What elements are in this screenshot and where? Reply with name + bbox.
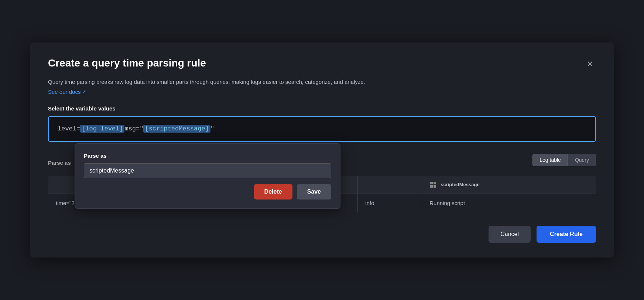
svg-rect-2 — [430, 185, 433, 188]
modal-title: Create a query time parsing rule — [48, 57, 206, 69]
modal-header: Create a query time parsing rule × — [48, 57, 596, 71]
modal-footer: Cancel Create Rule — [48, 226, 596, 243]
log-table-button[interactable]: Log table — [532, 154, 568, 166]
close-button[interactable]: × — [584, 57, 596, 71]
external-link-icon: ↗ — [82, 89, 86, 95]
table-column-icon — [429, 181, 437, 188]
parse-as-popup: Parse as Delete Save — [75, 143, 340, 209]
variable-section-label: Select the variable values — [48, 105, 596, 112]
query-button[interactable]: Query — [568, 154, 596, 166]
code-input[interactable]: level=[log_level] msg="[scriptedMessage]… — [48, 116, 596, 142]
save-button[interactable]: Save — [297, 184, 331, 200]
code-suffix: " — [210, 125, 214, 132]
modal-container: Create a query time parsing rule × Query… — [30, 42, 614, 258]
view-toggle: Log table Query — [532, 154, 596, 166]
create-rule-button[interactable]: Create Rule — [537, 226, 596, 243]
parse-popup-label: Parse as — [84, 153, 331, 159]
scripted-message-col-label: scriptedMessage — [441, 182, 480, 187]
delete-button[interactable]: Delete — [254, 184, 292, 200]
svg-rect-3 — [434, 185, 436, 188]
col-header-2 — [358, 175, 422, 194]
code-prefix: level= — [58, 125, 80, 132]
table-cell-level: info — [358, 194, 422, 212]
parse-popup-actions: Delete Save — [84, 184, 331, 200]
svg-rect-1 — [434, 182, 436, 184]
col-header-3: scriptedMessage — [422, 175, 596, 194]
parse-section-label: Parse as — [48, 160, 71, 166]
cancel-button[interactable]: Cancel — [489, 226, 531, 243]
docs-link[interactable]: See our docs ↗ — [48, 89, 86, 95]
svg-rect-0 — [430, 182, 433, 184]
code-input-wrapper: level=[log_level] msg="[scriptedMessage]… — [48, 116, 596, 142]
docs-link-text: See our docs — [48, 89, 80, 95]
code-token2[interactable]: [scriptedMessage] — [143, 125, 210, 133]
code-token1[interactable]: [log_level] — [80, 125, 124, 133]
code-middle: msg=" — [124, 125, 143, 132]
modal-description: Query time parsing breaks raw log data i… — [48, 78, 596, 86]
parse-as-input[interactable] — [84, 163, 331, 178]
table-cell-message: Running script — [422, 194, 596, 212]
